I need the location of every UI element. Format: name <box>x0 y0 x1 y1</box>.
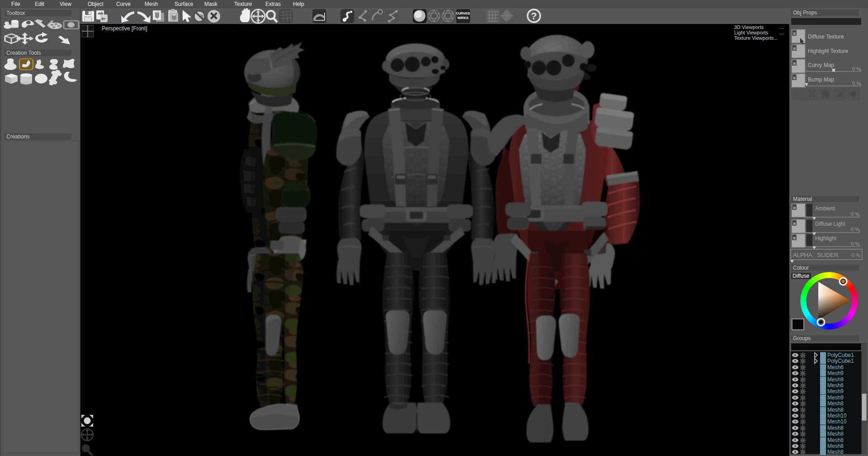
svg-text:Mesh6: Mesh6 <box>827 382 844 389</box>
svg-text:Mesh6: Mesh6 <box>827 364 844 370</box>
svg-text:CURVED: CURVED <box>456 11 470 15</box>
svg-text:Mesh9: Mesh9 <box>827 370 844 376</box>
svg-text:Mesh8: Mesh8 <box>827 431 844 437</box>
svg-text:Mesh10: Mesh10 <box>827 418 847 425</box>
svg-text:Mesh10: Mesh10 <box>827 413 847 419</box>
svg-text:Mesh9: Mesh9 <box>827 388 844 394</box>
svg-text:Mesh8: Mesh8 <box>827 400 844 407</box>
svg-text:Mesh8: Mesh8 <box>827 407 844 413</box>
svg-text:PolyCube1: PolyCube1 <box>827 358 854 364</box>
svg-text:Mesh8: Mesh8 <box>827 443 844 449</box>
svg-text:PolyCube1: PolyCube1 <box>827 352 854 358</box>
svg-text:Mesh9: Mesh9 <box>827 376 844 383</box>
svg-text:Mesh8: Mesh8 <box>827 449 844 455</box>
svg-text:Mesh9: Mesh9 <box>827 394 844 401</box>
svg-text:Mesh8: Mesh8 <box>827 437 844 443</box>
svg-text:Mesh8: Mesh8 <box>827 425 844 431</box>
svg-text:?: ? <box>531 10 537 22</box>
svg-text:WIRES: WIRES <box>458 16 469 20</box>
